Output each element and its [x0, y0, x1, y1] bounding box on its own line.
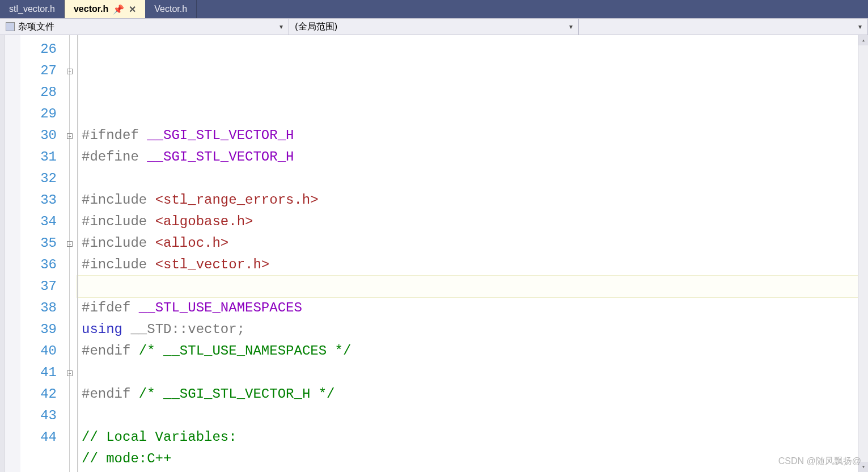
code-fold-bar — [77, 35, 78, 472]
chevron-down-icon: ▾ — [569, 23, 573, 31]
outline-cell[interactable] — [62, 146, 77, 168]
tab-vector-h-2[interactable]: Vector.h — [145, 0, 197, 18]
editor: 26272829303132333435363738394041424344 #… — [0, 35, 868, 472]
outline-cell[interactable] — [62, 189, 77, 211]
preprocessor-token: #include — [82, 214, 155, 229]
code-line[interactable]: #include <algobase.h> — [77, 211, 868, 233]
code-line[interactable]: #ifndef __SGI_STL_VECTOR_H — [77, 125, 868, 146]
code-line[interactable]: #endif /* __SGI_STL_VECTOR_H */ — [77, 384, 868, 405]
breakpoint-margin[interactable] — [5, 35, 20, 472]
include-token: <alloc.h> — [155, 235, 229, 251]
outline-cell[interactable] — [62, 319, 77, 340]
collapse-box-icon[interactable] — [67, 370, 73, 376]
pin-icon[interactable]: 📌 — [113, 4, 124, 15]
code-line[interactable]: using __STD::vector; — [77, 319, 868, 340]
line-number: 43 — [20, 405, 62, 427]
code-line[interactable]: #include <stl_vector.h> — [77, 254, 868, 276]
line-number: 28 — [20, 82, 62, 103]
line-number: 44 — [20, 427, 62, 448]
code-line[interactable]: // Local Variables: — [77, 427, 868, 448]
outline-cell[interactable] — [62, 233, 77, 254]
line-number: 39 — [20, 319, 62, 340]
tab-bar-empty — [197, 0, 868, 18]
outline-cell[interactable] — [62, 362, 77, 384]
collapse-box-icon[interactable] — [67, 69, 73, 74]
code-line[interactable]: // End: — [77, 470, 868, 472]
line-number: 40 — [20, 340, 62, 362]
scope-combo[interactable]: (全局范围) ▾ — [289, 19, 578, 35]
scope-combo-label: (全局范围) — [295, 21, 337, 33]
code-line[interactable]: #define __SGI_STL_VECTOR_H — [77, 146, 868, 168]
line-number: 33 — [20, 189, 62, 211]
preprocessor-token: #include — [82, 257, 155, 272]
line-number: 36 — [20, 254, 62, 276]
outline-cell[interactable] — [62, 254, 77, 276]
member-combo[interactable]: ▾ — [579, 19, 868, 35]
tab-bar: stl_vector.h vector.h 📌 ✕ Vector.h — [0, 0, 868, 18]
include-token: <stl_vector.h> — [155, 257, 270, 272]
project-icon — [6, 22, 15, 31]
code-token: __STD::vector; — [122, 322, 245, 337]
chevron-down-icon: ▾ — [858, 23, 862, 31]
outline-vertical-line — [69, 35, 70, 472]
line-number: 30 — [20, 125, 62, 146]
include-token: <algobase.h> — [155, 214, 253, 229]
tab-vector-h-active[interactable]: vector.h 📌 ✕ — [65, 0, 145, 18]
line-number: 35 — [20, 233, 62, 254]
outline-cell[interactable] — [62, 125, 77, 146]
line-number-column: 26272829303132333435363738394041424344 — [20, 35, 62, 472]
code-line[interactable] — [77, 168, 868, 189]
code-line[interactable]: #include <alloc.h> — [77, 233, 868, 254]
code-line[interactable]: #ifdef __STL_USE_NAMESPACES — [77, 297, 868, 319]
code-line[interactable]: // mode:C++ — [77, 448, 868, 470]
outline-cell[interactable] — [62, 276, 77, 297]
preprocessor-token: #ifdef — [82, 300, 139, 315]
outline-cell[interactable] — [62, 340, 77, 362]
line-number: 32 — [20, 168, 62, 189]
outline-cell[interactable] — [62, 82, 77, 103]
code-line[interactable] — [77, 362, 868, 384]
outline-cell[interactable] — [62, 427, 77, 448]
tab-label: vector.h — [74, 4, 108, 14]
outline-margin[interactable] — [62, 35, 77, 472]
macro-token: __SGI_STL_VECTOR_H — [147, 149, 294, 165]
project-combo[interactable]: 杂项文件 ▾ — [0, 19, 289, 35]
close-icon[interactable]: ✕ — [129, 4, 136, 15]
outline-cell[interactable] — [62, 384, 77, 405]
outline-cell[interactable] — [62, 211, 77, 233]
line-number: 26 — [20, 39, 62, 60]
preprocessor-token: #ifndef — [82, 128, 147, 143]
outline-cell[interactable] — [62, 39, 77, 60]
code-area[interactable]: #ifndef __SGI_STL_VECTOR_H#define __SGI_… — [77, 35, 868, 472]
tab-label: stl_vector.h — [9, 4, 55, 14]
vertical-scrollbar[interactable]: ▴ ▾ — [858, 35, 868, 472]
preprocessor-token: #include — [82, 192, 155, 208]
collapse-box-icon[interactable] — [67, 133, 73, 139]
line-number: 42 — [20, 384, 62, 405]
preprocessor-token: #endif — [82, 343, 139, 359]
outline-cell[interactable] — [62, 103, 77, 125]
collapse-box-icon[interactable] — [67, 241, 73, 247]
preprocessor-token: #endif — [82, 386, 139, 402]
scroll-up-icon[interactable]: ▴ — [858, 35, 868, 45]
gutter-bar — [0, 35, 5, 472]
comment-token: // Local Variables: — [82, 429, 237, 445]
outline-cell[interactable] — [62, 60, 77, 82]
tab-stl-vector-h[interactable]: stl_vector.h — [0, 0, 65, 18]
code-line[interactable]: #include <stl_range_errors.h> — [77, 189, 868, 211]
include-token: <stl_range_errors.h> — [155, 192, 319, 208]
outline-cell[interactable] — [62, 405, 77, 427]
navigation-toolbar: 杂项文件 ▾ (全局范围) ▾ ▾ — [0, 18, 868, 35]
comment-token: // mode:C++ — [82, 451, 171, 466]
line-number: 37 — [20, 276, 62, 297]
tab-label: Vector.h — [154, 4, 187, 14]
code-line[interactable] — [77, 276, 868, 297]
macro-token: __STL_USE_NAMESPACES — [139, 300, 302, 315]
code-line[interactable] — [77, 405, 868, 427]
watermark-text: CSDN @随风飘扬@ — [778, 456, 861, 467]
outline-cell[interactable] — [62, 168, 77, 189]
code-line[interactable]: #endif /* __STL_USE_NAMESPACES */ — [77, 340, 868, 362]
outline-cell[interactable] — [62, 297, 77, 319]
project-combo-label: 杂项文件 — [18, 21, 54, 33]
code-line[interactable] — [77, 103, 868, 125]
